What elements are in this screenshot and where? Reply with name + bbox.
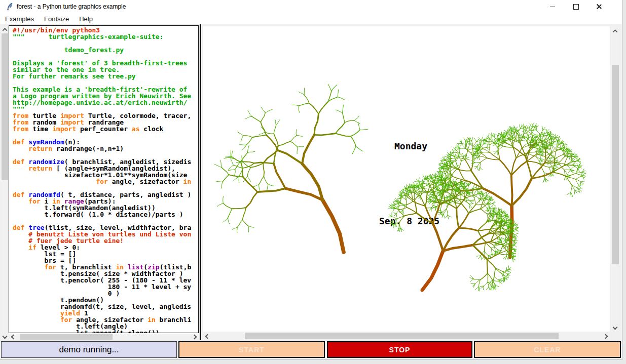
editor-vscroll-thumb[interactable] <box>2 33 8 180</box>
code-text: #!/usr/bin/env python3""" turtlegraphics… <box>9 26 198 333</box>
forest-trees-drawing <box>203 26 610 332</box>
minimize-button[interactable] <box>541 0 564 13</box>
scroll-left-icon[interactable] <box>204 333 211 340</box>
python-feather-icon <box>6 3 13 11</box>
code-editor[interactable]: #!/usr/bin/env python3""" turtlegraphics… <box>9 25 199 333</box>
minimize-icon <box>550 7 555 7</box>
maximize-button[interactable] <box>564 0 587 13</box>
scroll-up-icon[interactable] <box>611 27 619 34</box>
scroll-right-icon[interactable] <box>602 333 609 340</box>
editor-vscrollbar[interactable] <box>1 26 9 340</box>
canvas-hscroll-thumb[interactable] <box>245 333 559 339</box>
scroll-down-icon[interactable] <box>611 323 619 331</box>
start-button: START <box>178 341 325 358</box>
code-line: http://homepage.univie.ac.at/erich.neuwi… <box>13 99 198 106</box>
pane-divider[interactable] <box>200 24 202 340</box>
close-icon <box>596 4 602 10</box>
menu-examples[interactable]: Examples <box>0 14 39 24</box>
scroll-left-icon[interactable] <box>10 333 17 340</box>
code-line: lst.append(t.clone()) <box>13 330 198 333</box>
canvas-vscrollbar[interactable] <box>611 26 619 332</box>
title-bar[interactable]: forest - a Python turtle graphics exampl… <box>0 0 622 13</box>
clear-button: CLEAR <box>474 341 621 358</box>
turtle-graphics-canvas[interactable]: Monday Sep. 8 2025 <box>203 26 610 332</box>
code-line: tdemo_forest.py <box>13 47 198 53</box>
code-line: return randrange(-n,n+1) <box>13 145 198 152</box>
scroll-right-icon[interactable] <box>191 333 198 340</box>
code-line: for angle, sizefactor in <box>13 178 198 185</box>
maximize-icon <box>573 4 579 10</box>
editor-hscroll-thumb[interactable] <box>20 334 113 340</box>
code-line: """ turtlegraphics-example-suite: <box>13 33 198 40</box>
code-line: For further remarks see tree.py <box>13 73 198 79</box>
canvas-vscroll-thumb[interactable] <box>612 65 619 264</box>
menu-bar: Examples Fontsize Help <box>0 13 622 24</box>
status-text: demo running... <box>59 345 119 355</box>
menu-help[interactable]: Help <box>74 14 98 24</box>
scroll-up-icon[interactable] <box>1 26 9 33</box>
close-button[interactable] <box>587 0 611 13</box>
editor-hscrollbar[interactable] <box>9 333 199 340</box>
window-title: forest - a Python turtle graphics exampl… <box>17 3 126 10</box>
canvas-hscrollbar[interactable] <box>203 332 610 340</box>
menu-fontsize[interactable]: Fontsize <box>39 14 74 24</box>
status-bar: demo running... <box>1 341 177 358</box>
app-window: forest - a Python turtle graphics exampl… <box>0 0 622 360</box>
stop-button[interactable]: STOP <box>327 341 472 358</box>
scroll-down-icon[interactable] <box>1 333 9 340</box>
code-line: from time import perf_counter as clock <box>13 126 198 132</box>
code-line: t.forward( (1.0 * distance)/parts ) <box>13 211 198 218</box>
